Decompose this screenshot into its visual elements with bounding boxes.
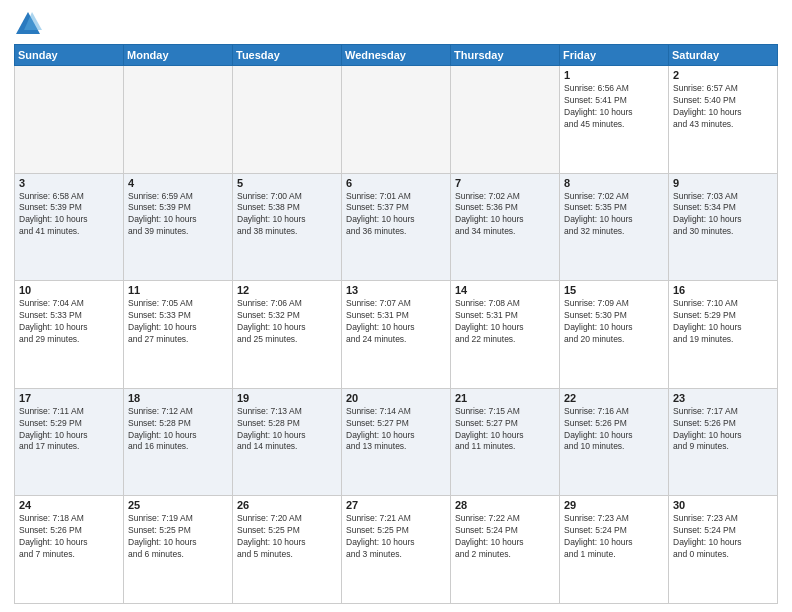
calendar-cell: 23Sunrise: 7:17 AM Sunset: 5:26 PM Dayli… bbox=[669, 388, 778, 496]
weekday-header: Wednesday bbox=[342, 45, 451, 66]
calendar-cell: 2Sunrise: 6:57 AM Sunset: 5:40 PM Daylig… bbox=[669, 66, 778, 174]
calendar-cell: 20Sunrise: 7:14 AM Sunset: 5:27 PM Dayli… bbox=[342, 388, 451, 496]
day-info: Sunrise: 7:15 AM Sunset: 5:27 PM Dayligh… bbox=[455, 406, 555, 454]
day-number: 17 bbox=[19, 392, 119, 404]
calendar-cell: 1Sunrise: 6:56 AM Sunset: 5:41 PM Daylig… bbox=[560, 66, 669, 174]
day-number: 15 bbox=[564, 284, 664, 296]
day-info: Sunrise: 7:02 AM Sunset: 5:35 PM Dayligh… bbox=[564, 191, 664, 239]
day-number: 29 bbox=[564, 499, 664, 511]
calendar-cell bbox=[15, 66, 124, 174]
calendar-cell: 24Sunrise: 7:18 AM Sunset: 5:26 PM Dayli… bbox=[15, 496, 124, 604]
day-number: 5 bbox=[237, 177, 337, 189]
weekday-header: Sunday bbox=[15, 45, 124, 66]
day-info: Sunrise: 6:56 AM Sunset: 5:41 PM Dayligh… bbox=[564, 83, 664, 131]
calendar-cell: 18Sunrise: 7:12 AM Sunset: 5:28 PM Dayli… bbox=[124, 388, 233, 496]
weekday-header-row: SundayMondayTuesdayWednesdayThursdayFrid… bbox=[15, 45, 778, 66]
calendar-week-row: 3Sunrise: 6:58 AM Sunset: 5:39 PM Daylig… bbox=[15, 173, 778, 281]
day-number: 13 bbox=[346, 284, 446, 296]
weekday-header: Saturday bbox=[669, 45, 778, 66]
day-info: Sunrise: 7:05 AM Sunset: 5:33 PM Dayligh… bbox=[128, 298, 228, 346]
day-number: 22 bbox=[564, 392, 664, 404]
calendar-cell: 19Sunrise: 7:13 AM Sunset: 5:28 PM Dayli… bbox=[233, 388, 342, 496]
day-info: Sunrise: 7:04 AM Sunset: 5:33 PM Dayligh… bbox=[19, 298, 119, 346]
day-number: 8 bbox=[564, 177, 664, 189]
day-info: Sunrise: 7:13 AM Sunset: 5:28 PM Dayligh… bbox=[237, 406, 337, 454]
day-number: 18 bbox=[128, 392, 228, 404]
day-number: 28 bbox=[455, 499, 555, 511]
weekday-header: Friday bbox=[560, 45, 669, 66]
calendar-cell: 3Sunrise: 6:58 AM Sunset: 5:39 PM Daylig… bbox=[15, 173, 124, 281]
calendar-cell bbox=[342, 66, 451, 174]
calendar-cell: 29Sunrise: 7:23 AM Sunset: 5:24 PM Dayli… bbox=[560, 496, 669, 604]
calendar-cell: 28Sunrise: 7:22 AM Sunset: 5:24 PM Dayli… bbox=[451, 496, 560, 604]
calendar-table: SundayMondayTuesdayWednesdayThursdayFrid… bbox=[14, 44, 778, 604]
calendar-cell: 7Sunrise: 7:02 AM Sunset: 5:36 PM Daylig… bbox=[451, 173, 560, 281]
weekday-header: Tuesday bbox=[233, 45, 342, 66]
day-info: Sunrise: 7:06 AM Sunset: 5:32 PM Dayligh… bbox=[237, 298, 337, 346]
day-number: 26 bbox=[237, 499, 337, 511]
calendar-week-row: 10Sunrise: 7:04 AM Sunset: 5:33 PM Dayli… bbox=[15, 281, 778, 389]
day-number: 4 bbox=[128, 177, 228, 189]
header bbox=[14, 10, 778, 38]
day-number: 20 bbox=[346, 392, 446, 404]
day-number: 27 bbox=[346, 499, 446, 511]
day-info: Sunrise: 7:16 AM Sunset: 5:26 PM Dayligh… bbox=[564, 406, 664, 454]
calendar-cell bbox=[233, 66, 342, 174]
day-info: Sunrise: 7:12 AM Sunset: 5:28 PM Dayligh… bbox=[128, 406, 228, 454]
calendar-cell: 5Sunrise: 7:00 AM Sunset: 5:38 PM Daylig… bbox=[233, 173, 342, 281]
day-number: 11 bbox=[128, 284, 228, 296]
calendar-cell: 11Sunrise: 7:05 AM Sunset: 5:33 PM Dayli… bbox=[124, 281, 233, 389]
day-number: 30 bbox=[673, 499, 773, 511]
calendar-cell: 15Sunrise: 7:09 AM Sunset: 5:30 PM Dayli… bbox=[560, 281, 669, 389]
calendar-cell: 22Sunrise: 7:16 AM Sunset: 5:26 PM Dayli… bbox=[560, 388, 669, 496]
calendar-week-row: 24Sunrise: 7:18 AM Sunset: 5:26 PM Dayli… bbox=[15, 496, 778, 604]
calendar-cell bbox=[124, 66, 233, 174]
day-info: Sunrise: 7:02 AM Sunset: 5:36 PM Dayligh… bbox=[455, 191, 555, 239]
day-number: 10 bbox=[19, 284, 119, 296]
day-info: Sunrise: 7:18 AM Sunset: 5:26 PM Dayligh… bbox=[19, 513, 119, 561]
day-number: 2 bbox=[673, 69, 773, 81]
calendar-cell: 10Sunrise: 7:04 AM Sunset: 5:33 PM Dayli… bbox=[15, 281, 124, 389]
calendar-cell: 27Sunrise: 7:21 AM Sunset: 5:25 PM Dayli… bbox=[342, 496, 451, 604]
day-info: Sunrise: 7:11 AM Sunset: 5:29 PM Dayligh… bbox=[19, 406, 119, 454]
calendar-cell: 6Sunrise: 7:01 AM Sunset: 5:37 PM Daylig… bbox=[342, 173, 451, 281]
day-info: Sunrise: 6:58 AM Sunset: 5:39 PM Dayligh… bbox=[19, 191, 119, 239]
day-info: Sunrise: 7:21 AM Sunset: 5:25 PM Dayligh… bbox=[346, 513, 446, 561]
weekday-header: Monday bbox=[124, 45, 233, 66]
day-info: Sunrise: 7:00 AM Sunset: 5:38 PM Dayligh… bbox=[237, 191, 337, 239]
weekday-header: Thursday bbox=[451, 45, 560, 66]
day-info: Sunrise: 6:57 AM Sunset: 5:40 PM Dayligh… bbox=[673, 83, 773, 131]
calendar-cell: 8Sunrise: 7:02 AM Sunset: 5:35 PM Daylig… bbox=[560, 173, 669, 281]
day-info: Sunrise: 7:14 AM Sunset: 5:27 PM Dayligh… bbox=[346, 406, 446, 454]
day-info: Sunrise: 7:10 AM Sunset: 5:29 PM Dayligh… bbox=[673, 298, 773, 346]
calendar-cell: 14Sunrise: 7:08 AM Sunset: 5:31 PM Dayli… bbox=[451, 281, 560, 389]
calendar-cell: 17Sunrise: 7:11 AM Sunset: 5:29 PM Dayli… bbox=[15, 388, 124, 496]
calendar-cell: 13Sunrise: 7:07 AM Sunset: 5:31 PM Dayli… bbox=[342, 281, 451, 389]
day-number: 23 bbox=[673, 392, 773, 404]
logo-icon bbox=[14, 10, 42, 38]
day-info: Sunrise: 7:09 AM Sunset: 5:30 PM Dayligh… bbox=[564, 298, 664, 346]
day-number: 12 bbox=[237, 284, 337, 296]
logo bbox=[14, 10, 46, 38]
calendar-cell: 16Sunrise: 7:10 AM Sunset: 5:29 PM Dayli… bbox=[669, 281, 778, 389]
day-number: 3 bbox=[19, 177, 119, 189]
day-info: Sunrise: 7:07 AM Sunset: 5:31 PM Dayligh… bbox=[346, 298, 446, 346]
day-number: 9 bbox=[673, 177, 773, 189]
day-info: Sunrise: 7:23 AM Sunset: 5:24 PM Dayligh… bbox=[673, 513, 773, 561]
day-info: Sunrise: 7:17 AM Sunset: 5:26 PM Dayligh… bbox=[673, 406, 773, 454]
calendar-cell: 30Sunrise: 7:23 AM Sunset: 5:24 PM Dayli… bbox=[669, 496, 778, 604]
day-info: Sunrise: 7:08 AM Sunset: 5:31 PM Dayligh… bbox=[455, 298, 555, 346]
calendar-cell: 26Sunrise: 7:20 AM Sunset: 5:25 PM Dayli… bbox=[233, 496, 342, 604]
day-info: Sunrise: 7:03 AM Sunset: 5:34 PM Dayligh… bbox=[673, 191, 773, 239]
day-number: 16 bbox=[673, 284, 773, 296]
day-number: 6 bbox=[346, 177, 446, 189]
day-number: 7 bbox=[455, 177, 555, 189]
day-info: Sunrise: 6:59 AM Sunset: 5:39 PM Dayligh… bbox=[128, 191, 228, 239]
calendar-week-row: 1Sunrise: 6:56 AM Sunset: 5:41 PM Daylig… bbox=[15, 66, 778, 174]
calendar-cell bbox=[451, 66, 560, 174]
day-info: Sunrise: 7:01 AM Sunset: 5:37 PM Dayligh… bbox=[346, 191, 446, 239]
calendar-cell: 12Sunrise: 7:06 AM Sunset: 5:32 PM Dayli… bbox=[233, 281, 342, 389]
day-number: 21 bbox=[455, 392, 555, 404]
calendar-cell: 25Sunrise: 7:19 AM Sunset: 5:25 PM Dayli… bbox=[124, 496, 233, 604]
day-number: 24 bbox=[19, 499, 119, 511]
